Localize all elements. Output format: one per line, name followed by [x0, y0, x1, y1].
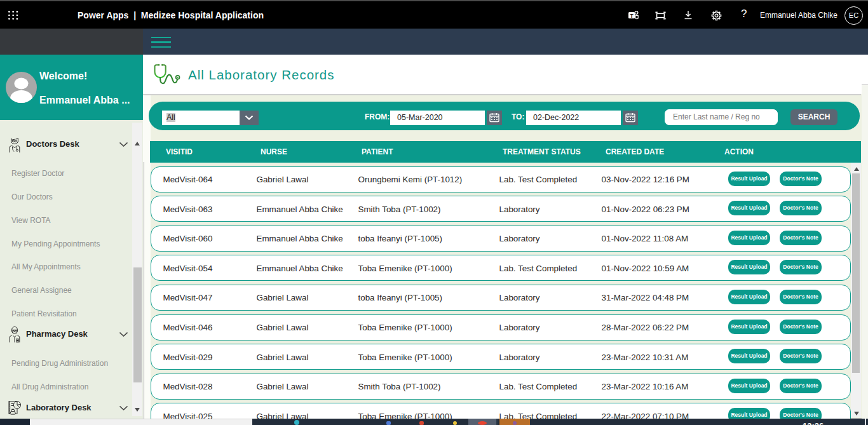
svg-text:T: T: [630, 13, 634, 19]
